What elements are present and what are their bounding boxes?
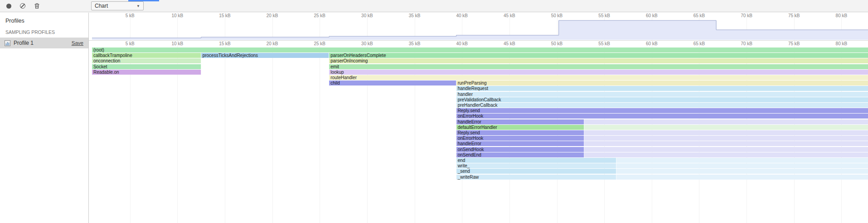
- sidebar: Profiles SAMPLING PROFILES Profile 1 Sav…: [0, 13, 89, 223]
- flame-bar-extension: [616, 175, 868, 180]
- flame-bar[interactable]: preHandlerCallback: [456, 103, 868, 108]
- flame-bar[interactable]: onSendHook: [456, 147, 585, 152]
- ruler-tick-label: 35 kB: [409, 41, 421, 46]
- flame-bar[interactable]: (root): [92, 47, 868, 52]
- delete-profile-button[interactable]: [31, 1, 42, 11]
- top-accent-line: [128, 0, 159, 1]
- profiler-app: Chart ▼ Profiles SAMPLING PROFILES Profi…: [0, 0, 868, 223]
- ruler-tick-label: 20 kB: [267, 13, 278, 18]
- flame-bar[interactable]: handleError: [456, 119, 585, 124]
- flame-bar-extension: [584, 125, 868, 130]
- view-mode-select[interactable]: Chart ▼: [91, 1, 144, 10]
- ruler-top: 5 kB10 kB15 kB20 kB25 kB30 kB35 kB40 kB4…: [89, 13, 868, 19]
- flame-bar[interactable]: onErrorHook: [456, 114, 868, 119]
- profile-icon: [4, 40, 11, 47]
- flame-bar[interactable]: end: [456, 158, 617, 163]
- ruler-tick-label: 50 kB: [551, 41, 563, 46]
- flame-bar[interactable]: processTicksAndRejections: [201, 53, 330, 58]
- flame-bar[interactable]: lookup: [329, 70, 868, 75]
- ruler-tick-label: 35 kB: [409, 13, 421, 18]
- ruler-tick-label: 5 kB: [126, 13, 135, 18]
- ruler-tick-label: 55 kB: [598, 13, 610, 18]
- flame-bar-extension: [584, 147, 868, 152]
- flame-bar[interactable]: onconnection: [92, 58, 201, 63]
- flame-bar[interactable]: Reply.send: [456, 108, 868, 113]
- ruler-tick-label: 65 kB: [693, 41, 705, 46]
- flame-bar[interactable]: _send: [456, 169, 617, 174]
- view-mode-value: Chart: [95, 3, 108, 9]
- save-link[interactable]: Save: [72, 40, 83, 46]
- flame-bar-extension: [584, 141, 868, 146]
- ruler-tick-label: 65 kB: [693, 13, 705, 18]
- ruler-tick-label: 40 kB: [456, 13, 468, 18]
- flame-bar[interactable]: handleError: [456, 141, 585, 146]
- flame-bar[interactable]: preValidationCallback: [456, 97, 868, 102]
- ruler-tick-label: 20 kB: [267, 41, 278, 46]
- record-button[interactable]: [3, 1, 14, 11]
- flame-bar-extension: [616, 169, 868, 174]
- ruler-tick-label: 55 kB: [598, 41, 610, 46]
- flame-bar-extension: [616, 163, 868, 168]
- ruler-tick-label: 60 kB: [646, 41, 658, 46]
- flame-bar[interactable]: onErrorHook: [456, 136, 585, 141]
- flame-bar[interactable]: _writeRaw: [456, 175, 617, 180]
- flame-bar[interactable]: emit: [329, 64, 868, 69]
- ruler-tick-label: 30 kB: [361, 13, 373, 18]
- toolbar: Chart ▼: [0, 0, 868, 12]
- ruler-tick-label: 75 kB: [788, 41, 800, 46]
- chevron-down-icon: ▼: [136, 4, 140, 8]
- flame-bar-extension: [584, 130, 868, 135]
- flame-bar[interactable]: onSendEnd: [456, 152, 585, 157]
- ruler-tick-label: 45 kB: [504, 13, 515, 18]
- flame-bar[interactable]: callbackTrampoline: [92, 53, 201, 58]
- clear-icon: [20, 3, 25, 9]
- flame-bar[interactable]: Reply.send: [456, 130, 585, 135]
- flame-chart[interactable]: (root)callbackTrampolineprocessTicksAndR…: [89, 47, 868, 223]
- ruler-tick-label: 70 kB: [741, 41, 752, 46]
- ruler-tick-label: 25 kB: [314, 41, 325, 46]
- flame-bar[interactable]: child: [329, 81, 456, 85]
- flame-bar-extension: [616, 158, 868, 163]
- flame-bar[interactable]: Readable.on: [92, 70, 201, 75]
- clear-button[interactable]: [17, 1, 28, 11]
- ruler-tick-label: 10 kB: [172, 41, 184, 46]
- record-icon: [6, 4, 11, 9]
- ruler-tick-label: 50 kB: [551, 13, 563, 18]
- ruler-tick-label: 40 kB: [456, 41, 468, 46]
- memory-overview[interactable]: [89, 19, 868, 41]
- flame-bar[interactable]: defaultErrorHandler: [456, 125, 585, 130]
- ruler-tick-label: 15 kB: [219, 13, 231, 18]
- ruler-tick-label: 80 kB: [836, 41, 848, 46]
- flame-bar[interactable]: runPreParsing: [456, 81, 868, 85]
- flame-bar[interactable]: parserOnHeadersComplete: [329, 53, 868, 58]
- ruler-tick-label: 25 kB: [314, 13, 325, 18]
- ruler-bottom: 5 kB10 kB15 kB20 kB25 kB30 kB35 kB40 kB4…: [89, 41, 868, 47]
- ruler-tick-label: 75 kB: [788, 13, 800, 18]
- ruler-tick-label: 80 kB: [836, 13, 848, 18]
- sampling-profiles-heading: SAMPLING PROFILES: [0, 25, 88, 38]
- flame-bar[interactable]: handleRequest: [456, 86, 868, 91]
- ruler-tick-label: 60 kB: [646, 13, 658, 18]
- profiles-title: Profiles: [0, 13, 88, 25]
- flame-bar-extension: [584, 119, 868, 124]
- profile-item[interactable]: Profile 1 Save: [0, 38, 88, 48]
- flame-bar-extension: [584, 152, 868, 157]
- flame-bar[interactable]: parserOnIncoming: [329, 58, 868, 63]
- ruler-tick-label: 70 kB: [741, 13, 752, 18]
- flame-bar[interactable]: handler: [456, 92, 868, 97]
- flame-chart-panel: 5 kB10 kB15 kB20 kB25 kB30 kB35 kB40 kB4…: [89, 13, 868, 223]
- profile-name: Profile 1: [14, 40, 72, 46]
- flame-bar[interactable]: write_: [456, 163, 617, 168]
- ruler-tick-label: 30 kB: [361, 41, 373, 46]
- ruler-tick-label: 10 kB: [172, 13, 184, 18]
- flame-bar-extension: [584, 136, 868, 141]
- ruler-tick-label: 15 kB: [219, 41, 231, 46]
- memory-overview-graph: [89, 19, 868, 40]
- ruler-tick-label: 5 kB: [126, 41, 135, 46]
- ruler-tick-label: 45 kB: [504, 41, 515, 46]
- trash-icon: [34, 3, 40, 9]
- flame-bar[interactable]: routeHandler: [329, 75, 868, 80]
- flame-bar[interactable]: Socket: [92, 64, 201, 69]
